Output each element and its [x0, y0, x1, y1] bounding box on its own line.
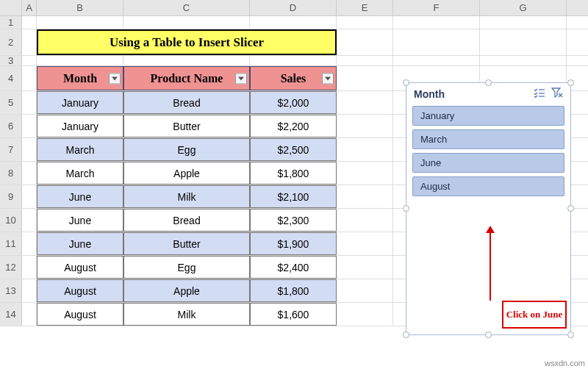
cell-D1[interactable]: [250, 16, 337, 29]
cell-E12[interactable]: [337, 256, 393, 279]
table-cell[interactable]: Milk: [123, 303, 250, 326]
resize-handle[interactable]: [403, 332, 409, 338]
table-cell[interactable]: Milk: [123, 185, 250, 208]
slicer-panel[interactable]: Month JanuaryMarchJuneAugust Click on Ju…: [406, 82, 571, 335]
table-cell[interactable]: $2,100: [250, 185, 337, 208]
slicer-item-august[interactable]: August: [412, 176, 564, 196]
cell-E7[interactable]: [337, 138, 393, 161]
table-cell[interactable]: August: [37, 279, 123, 302]
row-header-13[interactable]: 13: [0, 279, 22, 302]
cell-G3[interactable]: [480, 56, 567, 65]
filter-dropdown-icon[interactable]: [235, 73, 247, 84]
table-cell[interactable]: $1,800: [250, 162, 337, 184]
table-cell[interactable]: $2,200: [250, 115, 337, 137]
cell-E2[interactable]: [337, 29, 393, 55]
row-header-1[interactable]: 1: [0, 16, 22, 29]
table-cell[interactable]: Egg: [123, 138, 250, 161]
table-header-sales[interactable]: Sales: [250, 66, 337, 90]
cell-A4[interactable]: [22, 66, 37, 90]
resize-handle[interactable]: [567, 205, 574, 212]
cell-E11[interactable]: [337, 232, 393, 255]
table-cell[interactable]: $1,800: [250, 279, 337, 302]
cell-C1[interactable]: [123, 16, 250, 29]
cell-F3[interactable]: [393, 56, 480, 65]
cell-A7[interactable]: [22, 138, 37, 161]
cell-A11[interactable]: [22, 232, 37, 255]
cell-A6[interactable]: [22, 115, 37, 137]
table-cell[interactable]: $1,900: [250, 232, 337, 255]
table-cell[interactable]: Butter: [123, 115, 250, 137]
row-header-10[interactable]: 10: [0, 209, 22, 232]
column-header-A[interactable]: A: [22, 0, 37, 15]
cell-A12[interactable]: [22, 256, 37, 279]
table-cell[interactable]: $2,300: [250, 209, 337, 232]
resize-handle[interactable]: [567, 79, 574, 86]
filter-dropdown-icon[interactable]: [109, 73, 121, 84]
cell-G1[interactable]: [480, 16, 567, 29]
select-all-corner[interactable]: [0, 0, 22, 15]
cell-E6[interactable]: [337, 115, 393, 137]
table-cell[interactable]: August: [37, 303, 123, 326]
table-header-month[interactable]: Month: [37, 66, 123, 90]
row-header-8[interactable]: 8: [0, 162, 22, 184]
clear-filter-icon[interactable]: [551, 87, 563, 100]
table-cell[interactable]: Egg: [123, 256, 250, 279]
resize-handle[interactable]: [485, 79, 492, 86]
cell-A5[interactable]: [22, 91, 37, 114]
cell-E14[interactable]: [337, 303, 393, 326]
row-header-12[interactable]: 12: [0, 256, 22, 279]
row-header-11[interactable]: 11: [0, 232, 22, 255]
table-cell[interactable]: Bread: [123, 91, 250, 114]
resize-handle[interactable]: [403, 79, 409, 86]
cell-E5[interactable]: [337, 91, 393, 114]
row-header-9[interactable]: 9: [0, 185, 22, 208]
cell-E1[interactable]: [337, 16, 393, 29]
cell-B3[interactable]: [37, 56, 123, 65]
cell-F1[interactable]: [393, 16, 480, 29]
column-header-G[interactable]: G: [480, 0, 567, 15]
cell-B1[interactable]: [37, 16, 123, 29]
column-header-E[interactable]: E: [337, 0, 393, 15]
table-cell[interactable]: Apple: [123, 162, 250, 184]
table-cell[interactable]: $1,600: [250, 303, 337, 326]
table-cell[interactable]: June: [37, 232, 123, 255]
cell-C3[interactable]: [123, 56, 250, 65]
cell-F2[interactable]: [393, 29, 480, 55]
column-header-C[interactable]: C: [123, 0, 250, 15]
resize-handle[interactable]: [567, 332, 574, 338]
table-cell[interactable]: $2,400: [250, 256, 337, 279]
table-cell[interactable]: $2,500: [250, 138, 337, 161]
table-cell[interactable]: March: [37, 138, 123, 161]
row-header-2[interactable]: 2: [0, 29, 22, 55]
cell-E8[interactable]: [337, 162, 393, 184]
row-header-7[interactable]: 7: [0, 138, 22, 161]
cell-A9[interactable]: [22, 185, 37, 208]
table-cell[interactable]: $2,000: [250, 91, 337, 114]
table-cell[interactable]: January: [37, 91, 123, 114]
slicer-item-june[interactable]: June: [412, 153, 564, 173]
cell-E3[interactable]: [337, 56, 393, 65]
cell-A13[interactable]: [22, 279, 37, 302]
cell-E9[interactable]: [337, 185, 393, 208]
cell-D3[interactable]: [250, 56, 337, 65]
row-header-6[interactable]: 6: [0, 115, 22, 137]
cell-G2[interactable]: [480, 29, 567, 55]
table-cell[interactable]: Apple: [123, 279, 250, 302]
slicer-item-march[interactable]: March: [412, 129, 564, 149]
cell-A14[interactable]: [22, 303, 37, 326]
cell-A8[interactable]: [22, 162, 37, 184]
cell-A3[interactable]: [22, 56, 37, 65]
cell-E4[interactable]: [337, 66, 393, 90]
table-cell[interactable]: August: [37, 256, 123, 279]
cell-A1[interactable]: [22, 16, 37, 29]
table-header-product[interactable]: Product Name: [123, 66, 250, 90]
resize-handle[interactable]: [485, 332, 492, 338]
cell-A10[interactable]: [22, 209, 37, 232]
slicer-item-january[interactable]: January: [412, 106, 564, 126]
row-header-4[interactable]: 4: [0, 66, 22, 90]
cell-A2[interactable]: [22, 29, 37, 55]
table-cell[interactable]: June: [37, 185, 123, 208]
filter-dropdown-icon[interactable]: [322, 73, 334, 84]
column-header-D[interactable]: D: [250, 0, 337, 15]
column-header-F[interactable]: F: [393, 0, 480, 15]
